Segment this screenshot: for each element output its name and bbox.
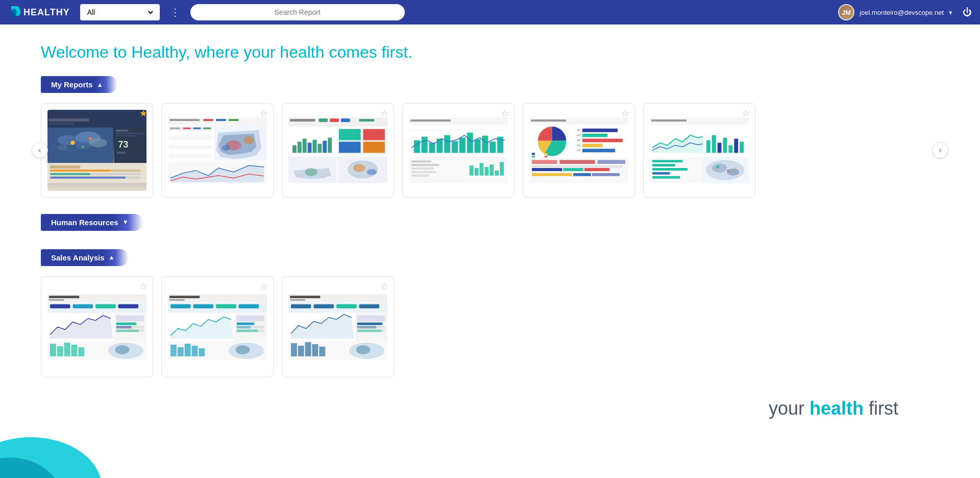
my-reports-header[interactable]: My Reports ▲	[41, 76, 117, 93]
svg-point-242	[356, 345, 371, 354]
thumbnail-procurement	[650, 110, 749, 191]
svg-rect-41	[170, 128, 180, 129]
category-select[interactable]: All My Reports Human Resources Sales Ana…	[85, 8, 155, 17]
my-reports-label: My Reports	[51, 80, 93, 89]
svg-rect-23	[50, 170, 111, 172]
svg-rect-63	[308, 142, 312, 153]
carousel-next-button[interactable]: ›	[932, 142, 948, 158]
svg-rect-105	[489, 164, 494, 176]
star-button-procurement[interactable]: ☆	[742, 109, 750, 118]
star-button-ww-tailspin[interactable]: ☆	[260, 282, 268, 291]
svg-rect-157	[652, 164, 675, 166]
svg-rect-104	[484, 167, 488, 176]
svg-rect-69	[339, 129, 361, 140]
svg-rect-198	[193, 304, 213, 308]
logout-button[interactable]: ⏻	[963, 7, 972, 18]
search-input[interactable]	[190, 4, 405, 20]
svg-text:years: years	[117, 151, 126, 155]
sales-analysis-label: Sales Analysis	[51, 253, 105, 262]
svg-rect-234	[357, 329, 382, 332]
star-button-opportunity[interactable]: ☆	[621, 109, 629, 118]
star-button-covid[interactable]: ☆	[260, 109, 268, 118]
report-card-ww-all[interactable]: ☆	[41, 276, 153, 378]
report-card-ww-tailspin[interactable]: ☆	[161, 276, 274, 378]
navbar: HEALTHY All My Reports Human Resources S…	[0, 0, 980, 25]
svg-point-164	[727, 169, 739, 176]
svg-rect-204	[237, 315, 264, 321]
star-button-it-spend[interactable]: ☆	[501, 109, 509, 118]
svg-rect-220	[290, 299, 305, 301]
svg-rect-158	[652, 168, 688, 171]
logo-text: HEALTHY	[23, 7, 70, 18]
svg-rect-35	[169, 131, 212, 135]
svg-rect-188	[64, 343, 70, 356]
report-card-procurement[interactable]: ☆	[643, 103, 755, 198]
svg-rect-64	[313, 140, 317, 153]
svg-rect-42	[183, 128, 191, 129]
report-card-opportunity[interactable]: ☆	[523, 103, 635, 198]
svg-point-167	[734, 167, 737, 169]
svg-rect-122	[582, 129, 618, 132]
user-email: joel.monteiro@devscope.net	[860, 9, 944, 16]
svg-rect-179	[116, 315, 144, 321]
human-resources-label: Human Resources	[51, 218, 118, 227]
svg-rect-125	[582, 144, 603, 147]
chevron-down-icon: ▾	[949, 9, 952, 16]
svg-rect-114	[531, 119, 566, 122]
star-button-ww-wingtip[interactable]: ☆	[380, 282, 388, 291]
svg-rect-170	[49, 299, 64, 301]
more-options-button[interactable]: ⋮	[166, 4, 184, 20]
svg-rect-137	[532, 173, 572, 176]
svg-rect-200	[239, 304, 259, 308]
svg-rect-229	[357, 315, 385, 321]
svg-rect-159	[652, 172, 670, 175]
report-card-ww-wingtip[interactable]: ☆	[282, 276, 394, 378]
star-button-customer[interactable]: ☆	[380, 109, 388, 118]
logo-icon	[8, 6, 20, 18]
thumbnail-ww-all	[47, 283, 146, 371]
svg-rect-110	[411, 168, 434, 170]
sales-analysis-header[interactable]: Sales Analysis ▲	[41, 249, 129, 266]
human-resources-header[interactable]: Human Resources ▼	[41, 214, 143, 231]
report-card-life-expectancy[interactable]: ★	[41, 103, 153, 198]
svg-rect-133	[532, 165, 623, 168]
report-title-covid: COVID-19 US Tracking	[168, 196, 267, 198]
svg-rect-37	[169, 140, 212, 145]
report-title-customer: Customer Profitability	[288, 196, 387, 198]
human-resources-section: Human Resources ▼	[41, 214, 939, 241]
thumbnail-ww-wingtip	[288, 283, 387, 371]
user-menu[interactable]: JM joel.monteiro@devscope.net ▾	[838, 4, 952, 20]
report-card-it-spend[interactable]: ☆	[402, 103, 514, 198]
sales-analysis-section: Sales Analysis ▲ ☆	[41, 249, 939, 378]
svg-rect-237	[298, 346, 304, 356]
category-dropdown[interactable]: All My Reports Human Resources Sales Ana…	[80, 4, 160, 20]
svg-rect-28	[168, 117, 267, 126]
svg-point-12	[89, 137, 92, 140]
report-title-procurement: Procurement Analysis	[650, 196, 749, 198]
svg-rect-124	[582, 139, 623, 142]
report-title-life-expectancy: Life expectancy	[47, 196, 146, 198]
svg-rect-56	[330, 118, 339, 122]
svg-rect-102	[475, 168, 479, 176]
svg-rect-108	[411, 160, 432, 162]
svg-rect-57	[341, 118, 350, 122]
star-button-ww-all[interactable]: ☆	[139, 282, 148, 291]
sales-analysis-chevron-icon: ▲	[109, 254, 115, 261]
report-title-ww-tailspin: WWI - Sales Analysis RLS - Tailspin Toys	[168, 376, 267, 377]
report-card-covid[interactable]: ☆	[161, 103, 274, 198]
svg-rect-186	[50, 344, 56, 356]
star-button-life-expectancy[interactable]: ★	[139, 109, 148, 118]
svg-point-166	[727, 170, 729, 172]
svg-rect-144	[651, 119, 687, 122]
thumbnail-ww-tailspin	[168, 283, 267, 371]
svg-rect-128	[577, 134, 581, 136]
svg-point-75	[305, 168, 317, 176]
svg-rect-109	[411, 164, 439, 166]
svg-rect-223	[313, 304, 334, 308]
svg-rect-15	[116, 130, 129, 132]
svg-rect-194	[169, 296, 200, 298]
carousel-prev-button[interactable]: ‹	[32, 142, 48, 158]
report-card-customer[interactable]: ☆	[282, 103, 394, 198]
svg-rect-112	[411, 175, 429, 177]
svg-rect-72	[363, 142, 385, 153]
